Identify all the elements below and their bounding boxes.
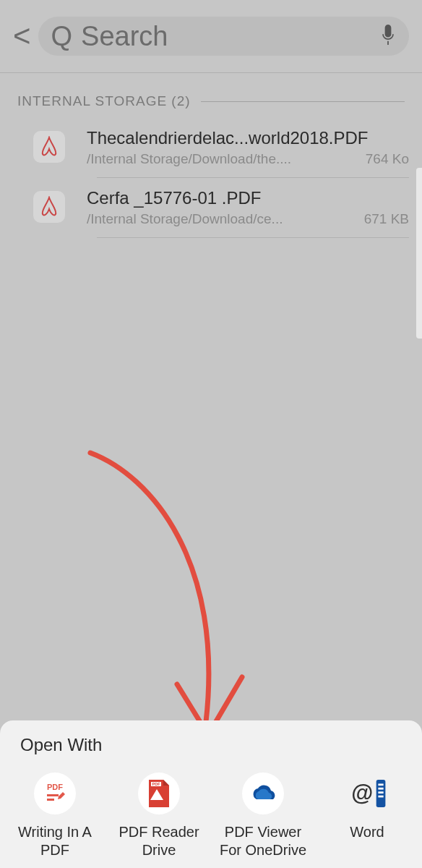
svg-text:@: @	[351, 780, 373, 806]
svg-text:PDF: PDF	[47, 783, 63, 791]
file-name: Thecalendrierdelac...world2018.PDF	[87, 128, 409, 148]
app-option-writing-pdf[interactable]: PDF Writing In A PDF	[4, 773, 106, 859]
pdf-icon	[33, 131, 65, 163]
file-name: Cerfa _15776-01 .PDF	[87, 188, 409, 208]
pdf-icon	[33, 191, 65, 223]
open-with-sheet: Open With PDF Writing In A PDF PDF	[0, 720, 422, 868]
svg-rect-7	[378, 788, 383, 790]
section-label: INTERNAL STORAGE (2)	[17, 93, 191, 109]
app-option-pdf-reader-drive[interactable]: PDF PDF Reader Drive	[108, 773, 210, 859]
file-size: 671 KB	[364, 211, 409, 227]
svg-rect-2	[47, 799, 54, 801]
writing-pdf-icon: PDF	[34, 773, 76, 814]
file-row[interactable]: Cerfa _15776-01 .PDF /Internal Storage/D…	[0, 178, 422, 237]
file-size: 764 Ko	[366, 151, 409, 167]
scroll-indicator[interactable]	[416, 168, 422, 339]
sheet-title: Open With	[0, 731, 422, 767]
search-placeholder: Search	[81, 21, 371, 52]
file-meta: Cerfa _15776-01 .PDF /Internal Storage/D…	[87, 188, 409, 227]
app-option-word[interactable]: @ Word	[316, 773, 418, 859]
app-label: Writing In A PDF	[18, 823, 92, 859]
onedrive-icon	[242, 773, 284, 814]
file-path: /Internal Storage/Download/the....	[87, 151, 353, 167]
top-bar: < Q Search	[0, 0, 422, 73]
svg-rect-9	[378, 796, 383, 798]
svg-text:PDF: PDF	[152, 782, 161, 786]
svg-rect-8	[378, 791, 383, 793]
app-option-pdf-viewer-onedrive[interactable]: PDF Viewer For OneDrive	[212, 773, 314, 859]
row-divider	[97, 237, 409, 238]
file-path: /Internal Storage/Download/ce...	[87, 211, 351, 227]
app-row: PDF Writing In A PDF PDF PDF Reader Driv…	[0, 767, 422, 868]
file-meta: Thecalendrierdelac...world2018.PDF /Inte…	[87, 128, 409, 167]
search-field[interactable]: Q Search	[38, 17, 409, 56]
svg-rect-6	[378, 783, 383, 786]
back-button[interactable]: <	[13, 21, 31, 51]
app-label: Word	[350, 823, 384, 841]
section-divider	[201, 101, 405, 102]
pdf-reader-drive-icon: PDF	[138, 773, 180, 814]
microphone-icon[interactable]	[380, 25, 396, 48]
app-label: PDF Viewer For OneDrive	[220, 823, 306, 859]
svg-rect-1	[47, 794, 59, 796]
app-label: PDF Reader Drive	[119, 823, 199, 859]
annotation-arrow	[79, 447, 267, 758]
search-icon: Q	[51, 21, 73, 52]
word-icon: @	[346, 773, 388, 814]
file-row[interactable]: Thecalendrierdelac...world2018.PDF /Inte…	[0, 118, 422, 177]
section-header: INTERNAL STORAGE (2)	[0, 73, 422, 118]
